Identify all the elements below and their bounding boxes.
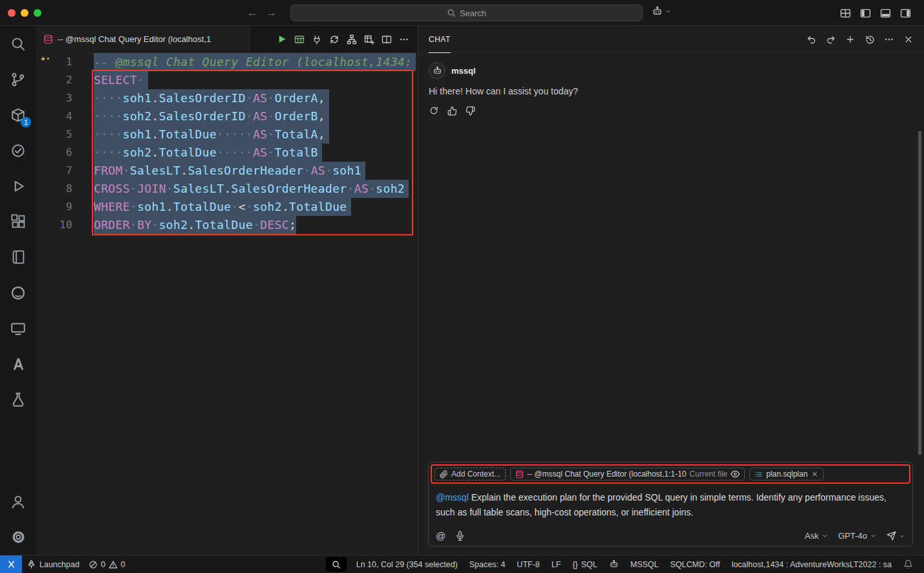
- code-line[interactable]: CROSS·JOIN·SalesLT.SalesOrderHeader·AS·s…: [94, 180, 418, 198]
- status-mssql[interactable]: MSSQL: [626, 556, 663, 573]
- status-copilot[interactable]: [605, 556, 623, 573]
- status-eol[interactable]: LF: [547, 556, 566, 573]
- code-line[interactable]: ····soh2.SalesOrderID·AS·OrderB,: [94, 107, 418, 125]
- line-number[interactable]: 2: [36, 71, 74, 89]
- status-notifications[interactable]: [899, 556, 918, 573]
- line-number[interactable]: 10: [36, 216, 74, 234]
- bell-icon: [903, 559, 913, 569]
- code-line[interactable]: FROM·SalesLT.SalesOrderHeader·AS·soh1: [94, 162, 418, 180]
- customize-layout-icon[interactable]: [840, 8, 851, 19]
- new-chat-icon[interactable]: [845, 34, 855, 45]
- thumbs-up-icon[interactable]: [447, 106, 457, 116]
- code-line[interactable]: ····soh2.TotalDue·····AS·TotalB: [94, 144, 418, 162]
- code-line[interactable]: -- @mssql Chat Query Editor (localhost,1…: [94, 53, 418, 71]
- schema-visualization-icon[interactable]: [347, 34, 357, 45]
- line-number[interactable]: 9: [36, 198, 74, 216]
- change-connection-icon[interactable]: [312, 34, 322, 45]
- chat-panel-tab[interactable]: CHAT: [429, 26, 451, 53]
- activity-github[interactable]: [0, 275, 36, 310]
- activity-remote-explorer[interactable]: [0, 310, 36, 346]
- close-icon[interactable]: [903, 34, 914, 45]
- scrollbar[interactable]: [918, 131, 921, 455]
- line-number[interactable]: 1: [36, 53, 74, 71]
- activity-run-debug[interactable]: [0, 168, 36, 204]
- code-line[interactable]: ····soh1.TotalDue·····AS·TotalA,: [94, 125, 418, 144]
- go-back-icon[interactable]: ←: [247, 6, 258, 19]
- github-icon: [10, 285, 26, 301]
- status-encoding[interactable]: UTF-8: [512, 556, 544, 573]
- activity-notebooks[interactable]: [0, 239, 36, 275]
- code-line[interactable]: ORDER·BY·soh2.TotalDue·DESC;: [94, 216, 418, 234]
- mic-icon[interactable]: [455, 531, 465, 541]
- status-connection[interactable]: localhost,1434 : AdventureWorksLT2022 : …: [727, 556, 896, 573]
- line-number[interactable]: 3: [36, 89, 74, 107]
- chevron-down-icon: [821, 532, 828, 539]
- code-line[interactable]: SELECT·: [94, 71, 418, 89]
- add-context-button[interactable]: Add Context...: [435, 468, 506, 481]
- chevron-down-icon: [899, 533, 905, 539]
- code-line[interactable]: WHERE·soh1.TotalDue·<·soh2.TotalDue: [94, 198, 418, 216]
- activity-search[interactable]: [0, 26, 36, 61]
- status-cursor-position[interactable]: Ln 10, Col 29 (354 selected): [352, 556, 462, 573]
- toggle-primary-sidebar-icon[interactable]: [860, 8, 871, 19]
- status-indentation[interactable]: Spaces: 4: [465, 556, 510, 573]
- activity-azure[interactable]: [0, 346, 36, 382]
- split-editor-icon[interactable]: [381, 34, 392, 45]
- line-number[interactable]: 5: [36, 125, 74, 144]
- status-launchpad[interactable]: Launchpad: [22, 556, 84, 573]
- undo-icon[interactable]: [806, 34, 817, 45]
- chat-input-text[interactable]: @mssql Explain the execution plan for th…: [429, 486, 912, 520]
- remote-indicator[interactable]: [0, 556, 22, 573]
- status-language[interactable]: {} SQL: [568, 556, 601, 573]
- more-actions-icon[interactable]: [399, 34, 409, 45]
- remove-context-icon[interactable]: [811, 470, 819, 478]
- message-actions: [429, 105, 914, 116]
- command-center-search[interactable]: Search: [290, 5, 643, 21]
- settings-button[interactable]: [0, 519, 36, 555]
- results-grid-icon[interactable]: [294, 34, 305, 45]
- query-designer-icon[interactable]: [364, 34, 374, 45]
- more-icon[interactable]: [884, 34, 894, 45]
- run-query-button[interactable]: [276, 34, 287, 45]
- chat-history-icon[interactable]: [865, 34, 875, 45]
- eye-icon[interactable]: [731, 470, 740, 479]
- toggle-secondary-sidebar-icon[interactable]: [900, 8, 911, 19]
- estimated-plan-icon[interactable]: [329, 34, 339, 45]
- activity-mssql[interactable]: [0, 382, 36, 417]
- model-dropdown[interactable]: GPT-4o: [838, 531, 877, 541]
- line-number[interactable]: 4: [36, 107, 74, 125]
- account-button[interactable]: [0, 484, 36, 519]
- mention-button[interactable]: @: [436, 530, 446, 541]
- code-line[interactable]: ····soh1.SalesOrderID·AS·OrderA,: [94, 89, 418, 107]
- minimize-window-button[interactable]: [21, 9, 28, 17]
- braces-icon: {}: [572, 560, 577, 569]
- editor-tab[interactable]: -- @mssql Chat Query Editor (localhost,1: [36, 26, 250, 52]
- line-number[interactable]: 8: [36, 180, 74, 198]
- close-window-button[interactable]: [8, 9, 16, 17]
- send-button[interactable]: [886, 531, 905, 541]
- context-chip-plan[interactable]: plan.sqlplan: [749, 468, 824, 481]
- context-chip-current-file[interactable]: -- @mssql Chat Query Editor (localhost,1…: [510, 468, 745, 481]
- regenerate-icon[interactable]: [429, 105, 439, 116]
- activity-source-control[interactable]: [0, 61, 36, 97]
- activity-references[interactable]: 1: [0, 97, 36, 133]
- redo-icon[interactable]: [826, 34, 836, 45]
- launchpad-icon: [27, 559, 36, 569]
- code-editor[interactable]: ✦✦ 12345678910 -- @mssql Chat Query Edit…: [36, 53, 418, 555]
- thumbs-down-icon[interactable]: [466, 106, 475, 116]
- activity-extensions[interactable]: [0, 204, 36, 239]
- line-number[interactable]: 6: [36, 144, 74, 162]
- plan-file-icon: [755, 470, 763, 479]
- activity-testing[interactable]: [0, 133, 36, 168]
- status-zoom[interactable]: [326, 557, 347, 572]
- chat-mode-dropdown[interactable]: Ask: [805, 531, 829, 541]
- copilot-menu-button[interactable]: [652, 6, 672, 17]
- status-sqlcmd[interactable]: SQLCMD: Off: [666, 556, 725, 573]
- go-forward-icon[interactable]: →: [266, 6, 277, 19]
- chat-input-container[interactable]: Add Context... -- @mssql Chat Query Edit…: [428, 462, 913, 546]
- activity-badge: 1: [21, 117, 31, 127]
- toggle-panel-icon[interactable]: [880, 8, 891, 19]
- line-number[interactable]: 7: [36, 162, 74, 180]
- status-problems[interactable]: 0 0: [84, 556, 130, 573]
- zoom-window-button[interactable]: [34, 9, 41, 17]
